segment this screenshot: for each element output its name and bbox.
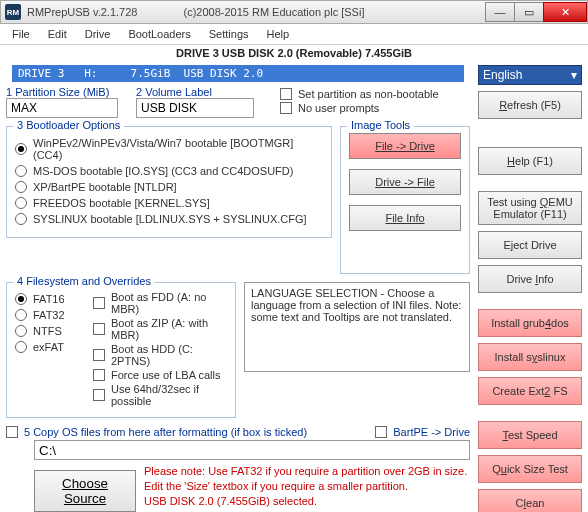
file-info-button[interactable]: File Info — [349, 205, 461, 231]
boot-zip-checkbox[interactable] — [93, 323, 105, 335]
drive-to-file-button[interactable]: Drive -> File — [349, 169, 461, 195]
hd64-label: Use 64hd/32sec if possible — [111, 383, 227, 407]
bootloader-msdos-label: MS-DOS bootable [IO.SYS] (CC3 and CC4DOS… — [33, 165, 293, 177]
fs-fat16-label: FAT16 — [33, 293, 65, 305]
menu-settings[interactable]: Settings — [201, 26, 257, 42]
force-lba-label: Force use of LBA calls — [111, 369, 220, 381]
drive-header: DRIVE 3 USB DISK 2.0 (Removable) 7.455Gi… — [0, 45, 588, 61]
bootloader-winpe-radio[interactable] — [15, 143, 27, 155]
copy-os-label: 5 Copy OS files from here after formatti… — [24, 426, 307, 438]
language-info-box: LANGUAGE SELECTION - Choose a language f… — [244, 282, 470, 372]
boot-zip-label: Boot as ZIP (A: with MBR) — [111, 317, 227, 341]
menu-help[interactable]: Help — [259, 26, 298, 42]
install-syslinux-button[interactable]: Install syslinux — [478, 343, 582, 371]
menu-bootloaders[interactable]: BootLoaders — [120, 26, 198, 42]
app-icon: RM — [5, 4, 21, 20]
fs-ntfs-radio[interactable] — [15, 325, 27, 337]
eject-drive-button[interactable]: Eject Drive — [478, 231, 582, 259]
refresh-button[interactable]: Refresh (F5) — [478, 91, 582, 119]
fs-fat32-label: FAT32 — [33, 309, 65, 321]
volume-label-label: 2 Volume Label — [136, 86, 254, 98]
window-maximize-button[interactable]: ▭ — [514, 2, 544, 22]
boot-hdd-checkbox[interactable] — [93, 349, 105, 361]
boot-fdd-label: Boot as FDD (A: no MBR) — [111, 291, 227, 315]
bartpe-label: BartPE -> Drive — [393, 426, 470, 438]
volume-label-input[interactable] — [136, 98, 254, 118]
fs-ntfs-label: NTFS — [33, 325, 62, 337]
test-speed-button[interactable]: Test Speed — [478, 421, 582, 449]
bartpe-checkbox[interactable] — [375, 426, 387, 438]
boot-fdd-checkbox[interactable] — [93, 297, 105, 309]
bootloader-msdos-radio[interactable] — [15, 165, 27, 177]
window-copyright: (c)2008-2015 RM Education plc [SSi] — [183, 6, 364, 18]
drive-list-selected[interactable]: DRIVE 3 H: 7.5GiB USB DISK 2.0 — [12, 65, 464, 82]
image-tools-group: Image Tools File -> Drive Drive -> File … — [340, 126, 470, 274]
menu-bar: File Edit Drive BootLoaders Settings Hel… — [0, 24, 588, 45]
bootloader-freedos-label: FREEDOS bootable [KERNEL.SYS] — [33, 197, 210, 209]
window-close-button[interactable]: ✕ — [543, 2, 587, 22]
please-note: Please note: Use FAT32 if you require a … — [144, 464, 467, 512]
force-lba-checkbox[interactable] — [93, 369, 105, 381]
window-minimize-button[interactable]: — — [485, 2, 515, 22]
image-tools-legend: Image Tools — [347, 119, 414, 131]
bootloader-freedos-radio[interactable] — [15, 197, 27, 209]
hd64-checkbox[interactable] — [93, 389, 105, 401]
fs-exfat-radio[interactable] — [15, 341, 27, 353]
bootloader-syslinux-radio[interactable] — [15, 213, 27, 225]
bootloader-xp-label: XP/BartPE bootable [NTLDR] — [33, 181, 177, 193]
drive-info-button[interactable]: Drive Info — [478, 265, 582, 293]
fs-fat32-radio[interactable] — [15, 309, 27, 321]
language-select[interactable]: English▾ — [478, 65, 582, 85]
fs-exfat-label: exFAT — [33, 341, 64, 353]
partition-size-label: 1 Partition Size (MiB) — [6, 86, 118, 98]
bootloader-xp-radio[interactable] — [15, 181, 27, 193]
clean-button[interactable]: Clean — [478, 489, 582, 512]
nonbootable-label: Set partition as non-bootable — [298, 88, 439, 100]
quick-size-test-button[interactable]: Quick Size Test — [478, 455, 582, 483]
nonbootable-checkbox[interactable] — [280, 88, 292, 100]
install-grub4dos-button[interactable]: Install grub4dos — [478, 309, 582, 337]
bootloader-winpe-label: WinPEv2/WinPEv3/Vista/Win7 bootable [BOO… — [33, 137, 323, 161]
source-path-input[interactable] — [34, 440, 470, 460]
partition-size-input[interactable] — [6, 98, 118, 118]
menu-file[interactable]: File — [4, 26, 38, 42]
help-button[interactable]: Help (F1) — [478, 147, 582, 175]
choose-source-button[interactable]: Choose Source — [34, 470, 136, 512]
noprompts-checkbox[interactable] — [280, 102, 292, 114]
create-ext2-button[interactable]: Create Ext2 FS — [478, 377, 582, 405]
bootloader-legend: 3 Bootloader Options — [13, 119, 124, 131]
bootloader-syslinux-label: SYSLINUX bootable [LDLINUX.SYS + SYSLINU… — [33, 213, 307, 225]
menu-edit[interactable]: Edit — [40, 26, 75, 42]
copy-os-checkbox[interactable] — [6, 426, 18, 438]
bootloader-options-group: 3 Bootloader Options WinPEv2/WinPEv3/Vis… — [6, 126, 332, 238]
noprompts-label: No user prompts — [298, 102, 379, 114]
menu-drive[interactable]: Drive — [77, 26, 119, 42]
window-title: RMPrepUSB v.2.1.728 — [27, 6, 137, 18]
file-to-drive-button[interactable]: File -> Drive — [349, 133, 461, 159]
filesystem-legend: 4 Filesystem and Overrides — [13, 275, 155, 287]
test-qemu-button[interactable]: Test using QEMU Emulator (F11) — [478, 191, 582, 225]
chevron-down-icon: ▾ — [571, 68, 577, 82]
boot-hdd-label: Boot as HDD (C: 2PTNS) — [111, 343, 227, 367]
fs-fat16-radio[interactable] — [15, 293, 27, 305]
filesystem-group: 4 Filesystem and Overrides FAT16 FAT32 N… — [6, 282, 236, 418]
